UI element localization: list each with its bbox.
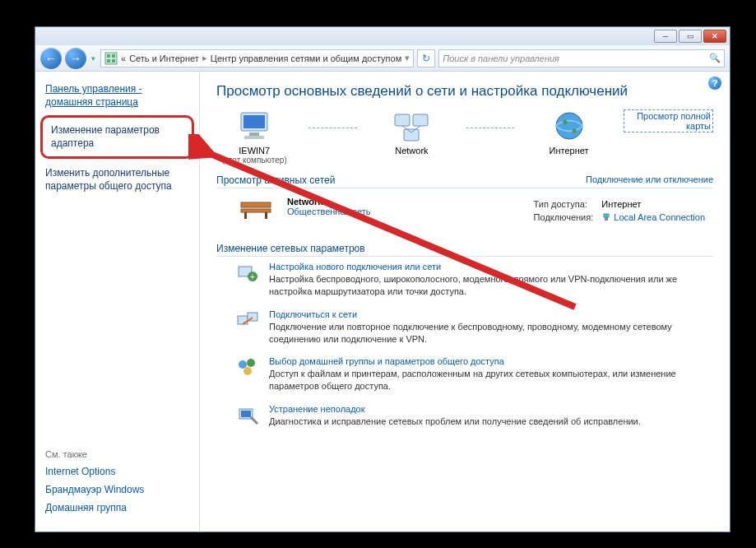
window-frame: ─ ▭ ✕ ← → ▾ « Сеть и Интернет ▸ Центр уп…: [35, 26, 730, 532]
new-connection-icon: +: [236, 262, 259, 285]
network-name: Network: [287, 197, 371, 207]
sidebar: Панель управления - домашняя страница Из…: [35, 72, 200, 532]
network-map: IEWIN7 (этот компьютер) Network Интернет…: [216, 109, 713, 165]
svg-rect-9: [395, 114, 410, 126]
svg-rect-7: [249, 132, 259, 136]
connect-disconnect-link[interactable]: Подключение или отключение: [586, 174, 713, 186]
svg-rect-4: [112, 59, 115, 63]
task-title[interactable]: Подключиться к сети: [269, 309, 713, 319]
svg-point-14: [556, 113, 582, 139]
active-networks-label: Просмотр активных сетей: [216, 174, 335, 186]
internet-options-link[interactable]: Internet Options: [45, 466, 189, 477]
breadcrumb-seg2[interactable]: Центр управления сетями и общим доступом: [211, 53, 401, 63]
task-title[interactable]: Настройка нового подключения или сети: [269, 262, 713, 272]
svg-rect-21: [605, 217, 608, 221]
pc-sub: (этот компьютер): [216, 156, 292, 165]
task-homegroup[interactable]: Выбор домашней группы и параметров общег…: [236, 356, 713, 392]
recent-locations-button[interactable]: ▾: [90, 54, 97, 63]
task-connect-network[interactable]: Подключиться к сети Подключение или повт…: [236, 309, 713, 346]
node-internet: Интернет: [531, 109, 606, 156]
svg-point-29: [243, 367, 252, 375]
breadcrumb-seg1[interactable]: Сеть и Интернет: [129, 53, 199, 63]
task-desc: Подключение или повторное подключение к …: [269, 321, 713, 346]
task-troubleshoot[interactable]: Устранение неполадок Диагностика и испра…: [236, 404, 713, 428]
maximize-button[interactable]: ▭: [679, 30, 702, 43]
control-panel-home-link[interactable]: Панель управления - домашняя страница: [45, 83, 189, 109]
globe-icon: [551, 109, 587, 142]
internet-label: Интернет: [531, 146, 606, 156]
page-title: Просмотр основных сведений о сети и наст…: [216, 83, 713, 100]
troubleshoot-icon: [236, 404, 259, 427]
connections-label: Подключения:: [534, 211, 601, 223]
network-label: Network: [373, 146, 449, 156]
annotation-highlight: Изменение параметров адаптера: [40, 115, 194, 159]
svg-point-28: [247, 359, 255, 367]
park-bench-icon: [236, 197, 276, 220]
svg-rect-1: [107, 54, 110, 58]
svg-point-27: [239, 360, 247, 369]
task-desc: Доступ к файлам и принтерам, расположенн…: [269, 368, 713, 392]
svg-rect-6: [243, 115, 265, 128]
svg-rect-3: [107, 59, 110, 63]
back-button[interactable]: ←: [40, 48, 62, 69]
search-input[interactable]: Поиск в панели управления 🔍: [438, 49, 725, 67]
svg-rect-19: [265, 212, 267, 219]
connection-link[interactable]: Local Area Connection: [614, 212, 705, 222]
firewall-link[interactable]: Брандмауэр Windows: [45, 484, 189, 495]
plug-icon: [601, 212, 611, 222]
titlebar: ─ ▭ ✕: [35, 27, 730, 45]
help-button[interactable]: ?: [708, 77, 721, 90]
homegroup-link[interactable]: Домашняя группа: [45, 502, 189, 513]
minimize-button[interactable]: ─: [654, 30, 677, 43]
pc-name: IEWIN7: [216, 146, 292, 156]
connect-network-icon: [236, 309, 259, 332]
svg-rect-8: [244, 136, 264, 139]
svg-rect-11: [404, 129, 419, 141]
svg-rect-17: [241, 209, 271, 212]
search-placeholder: Поиск в панели управления: [443, 53, 559, 63]
node-network: Network: [373, 109, 449, 156]
node-this-pc: IEWIN7 (этот компьютер): [216, 109, 292, 165]
advanced-sharing-link[interactable]: Изменить дополнительные параметры общего…: [45, 167, 189, 193]
connection-line: [308, 128, 357, 128]
network-icon: [393, 109, 429, 142]
network-properties: Тип доступа: Интернет Подключения: Local…: [532, 197, 713, 225]
active-network-row: Network Общественная сеть Тип доступа: И…: [216, 193, 713, 233]
search-icon: 🔍: [709, 53, 721, 63]
full-map-link[interactable]: Просмотр полной карты: [624, 109, 713, 132]
see-also-header: См. также: [45, 449, 189, 459]
svg-rect-31: [241, 411, 251, 417]
tasks-list: + Настройка нового подключения или сети …: [216, 262, 713, 428]
task-desc: Диагностика и исправление сетевых пробле…: [269, 416, 641, 428]
breadcrumb-sep: ▸: [202, 53, 207, 63]
network-info: Network Общественная сеть: [287, 197, 371, 216]
breadcrumb[interactable]: « Сеть и Интернет ▸ Центр управления сет…: [100, 49, 414, 67]
close-button[interactable]: ✕: [703, 30, 726, 43]
connection-line: [466, 128, 515, 128]
breadcrumb-dropdown[interactable]: ▾: [405, 53, 410, 63]
control-panel-icon: [104, 52, 118, 65]
svg-text:+: +: [250, 272, 255, 281]
task-new-connection[interactable]: + Настройка нового подключения или сети …: [236, 262, 713, 298]
task-desc: Настройка беспроводного, широкополосного…: [269, 273, 713, 298]
body: Панель управления - домашняя страница Из…: [35, 72, 730, 532]
navbar: ← → ▾ « Сеть и Интернет ▸ Центр управлен…: [35, 45, 730, 72]
refresh-button[interactable]: ↻: [417, 49, 435, 67]
task-title[interactable]: Устранение неполадок: [269, 404, 641, 414]
network-type-link[interactable]: Общественная сеть: [287, 207, 371, 216]
svg-rect-18: [244, 212, 247, 219]
change-settings-label: Изменение сетевых параметров: [216, 243, 365, 254]
svg-rect-16: [241, 202, 271, 207]
access-type-label: Тип доступа:: [534, 198, 601, 210]
svg-rect-25: [238, 316, 248, 324]
computer-icon: [236, 109, 272, 142]
change-settings-header: Изменение сетевых параметров: [216, 243, 713, 257]
breadcrumb-prefix: «: [121, 53, 126, 63]
content: ? Просмотр основных сведений о сети и на…: [200, 72, 730, 532]
task-title[interactable]: Выбор домашней группы и параметров общег…: [269, 356, 713, 366]
active-networks-header: Просмотр активных сетей Подключение или …: [216, 174, 713, 188]
adapter-settings-link[interactable]: Изменение параметров адаптера: [51, 124, 183, 150]
svg-rect-2: [112, 54, 115, 58]
forward-button[interactable]: →: [65, 48, 86, 69]
access-type-value: Интернет: [601, 198, 712, 210]
